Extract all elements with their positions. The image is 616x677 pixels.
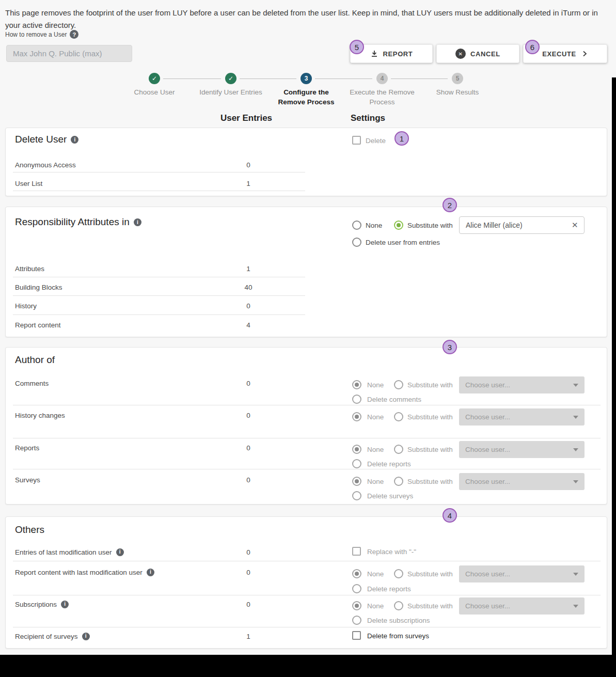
row-value: 4 (212, 321, 285, 330)
step-4-circle[interactable]: 4 (376, 73, 388, 84)
radio-substitute-with[interactable] (394, 569, 403, 578)
row-value: 1 (212, 264, 285, 274)
row-divider (13, 561, 601, 561)
cancel-button[interactable]: CANCEL (436, 44, 519, 63)
info-icon[interactable] (147, 569, 154, 576)
radio-none[interactable] (352, 477, 361, 486)
delete-from-surveys-checkbox[interactable] (352, 631, 361, 640)
check-icon: ✓ (228, 75, 233, 82)
info-icon[interactable] (61, 601, 69, 608)
row-label-text: Entries of last modification user (15, 548, 112, 556)
delete-from-surveys-label: Delete from surveys (367, 632, 429, 641)
replace-with-dash-label: Replace with "-" (367, 547, 416, 557)
row-label: Comments (15, 379, 49, 388)
step-2-label: Identify User Entries (189, 87, 272, 97)
info-icon[interactable] (134, 218, 141, 226)
row-value: 1 (212, 179, 285, 188)
replace-with-dash-checkbox[interactable] (352, 547, 361, 556)
row-label-text: Subscriptions (15, 601, 57, 608)
radio-delete-surveys[interactable] (352, 491, 361, 500)
annotation-badge-6: 6 (525, 40, 540, 54)
step-3-circle[interactable]: 3 (301, 73, 312, 84)
help-icon[interactable] (70, 30, 78, 39)
choose-user-dropdown[interactable]: Choose user... (459, 376, 585, 393)
step-5-circle[interactable]: 5 (452, 73, 463, 84)
row-divider (13, 295, 305, 296)
choose-user-dropdown[interactable]: Choose user... (459, 565, 585, 582)
radio-substitute-with-label: Substitute with (407, 221, 453, 230)
download-icon (370, 50, 378, 58)
choose-user-dropdown[interactable]: Choose user... (459, 441, 585, 458)
radio-none[interactable] (352, 601, 361, 610)
section-title: Delete User (15, 134, 78, 145)
row-label: Recipient of surveys (15, 632, 90, 641)
row-divider (13, 595, 601, 595)
radio-delete-subscriptions[interactable] (352, 616, 361, 625)
caret-down-icon (573, 384, 578, 387)
dropdown-placeholder: Choose user... (465, 478, 510, 485)
choose-user-dropdown[interactable]: Choose user... (459, 408, 585, 426)
radio-none-label: None (367, 570, 384, 579)
radio-substitute-with-label: Substitute with (407, 477, 453, 486)
radio-substitute-with-label: Substitute with (407, 602, 453, 611)
info-icon[interactable] (71, 136, 78, 144)
radio-delete-user-from-entries[interactable] (352, 238, 361, 247)
info-icon[interactable] (116, 548, 124, 556)
step-connector (391, 78, 448, 79)
radio-delete-reports[interactable] (352, 459, 361, 468)
section-responsibility-attributes: Responsibility Attributes in None Substi… (5, 207, 607, 337)
choose-user-dropdown[interactable]: Choose user... (459, 473, 585, 490)
row-label: Attributes (15, 264, 44, 274)
info-icon[interactable] (82, 633, 90, 640)
substitute-user-input[interactable] (459, 216, 585, 234)
row-divider (13, 627, 601, 627)
radio-delete-reports-label: Delete reports (367, 585, 411, 594)
section-title: Author of (15, 354, 55, 366)
radio-substitute-with[interactable] (394, 601, 403, 610)
radio-substitute-with[interactable] (394, 380, 403, 389)
step-2-circle[interactable]: ✓ (225, 73, 236, 84)
caret-down-icon (573, 605, 578, 608)
row-divider (13, 172, 305, 172)
check-icon: ✓ (152, 75, 157, 82)
choose-user-dropdown[interactable]: Choose user... (459, 597, 585, 615)
radio-substitute-with-label: Substitute with (407, 445, 453, 454)
radio-none-label: None (367, 381, 384, 390)
delete-user-checkbox[interactable] (352, 136, 361, 145)
radio-substitute-with[interactable] (394, 445, 403, 454)
section-title-text: Responsibility Attributes in (15, 216, 130, 227)
radio-none[interactable] (352, 569, 361, 578)
annotation-badge-2: 2 (443, 198, 457, 212)
radio-delete-comments[interactable] (352, 395, 361, 404)
row-label-text: Recipient of surveys (15, 633, 78, 640)
section-author-of: Author of Comments 0 None Substitute wit… (5, 347, 607, 505)
radio-none[interactable] (352, 380, 361, 389)
radio-substitute-with[interactable] (394, 477, 403, 486)
step-connector (240, 78, 296, 79)
dropdown-placeholder: Choose user... (465, 602, 510, 610)
radio-none[interactable] (352, 412, 361, 421)
section-title: Others (15, 524, 44, 536)
section-delete-user: Delete User Delete Anonymous Access 0 Us… (5, 128, 607, 196)
clear-icon[interactable] (572, 221, 578, 230)
page-description: This page removes the footprint of the u… (5, 7, 603, 32)
row-value: 40 (212, 283, 285, 292)
row-label-text: Report content with last modification us… (15, 569, 143, 576)
radio-delete-reports[interactable] (352, 584, 361, 593)
radio-none[interactable] (352, 445, 361, 454)
step-connector (315, 78, 372, 79)
step-3-label: Configure the Remove Process (276, 87, 336, 107)
cancel-button-label: CANCEL (470, 50, 500, 58)
row-label: Report content with last modification us… (15, 568, 154, 577)
column-header-user-entries: User Entries (205, 113, 288, 123)
section-others: Others Entries of last modification user… (5, 516, 607, 649)
radio-none[interactable] (352, 221, 361, 230)
radio-substitute-with[interactable] (394, 412, 403, 421)
step-1-circle[interactable]: ✓ (149, 73, 160, 84)
caret-down-icon (573, 448, 578, 451)
annotation-badge-1: 1 (394, 131, 409, 146)
dropdown-placeholder: Choose user... (465, 446, 510, 453)
help-link[interactable]: How to remove a User (5, 30, 78, 39)
radio-delete-reports-label: Delete reports (367, 460, 411, 469)
radio-substitute-with[interactable] (394, 221, 403, 230)
